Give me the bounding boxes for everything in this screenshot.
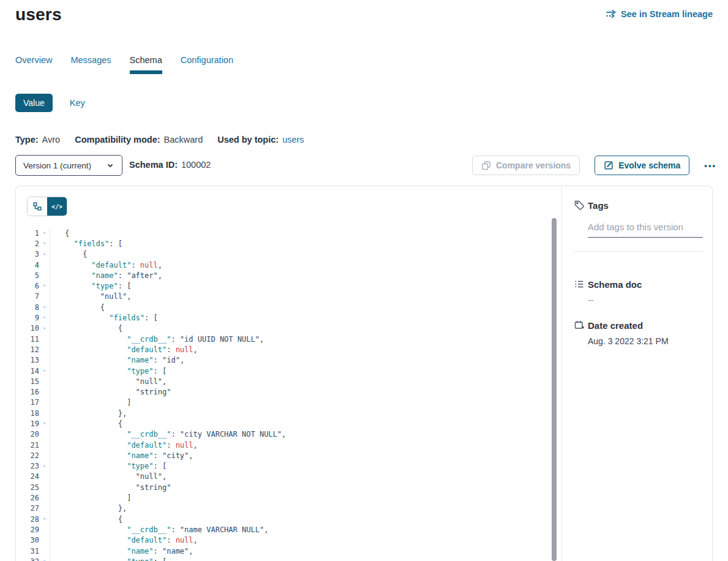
code-text: }, xyxy=(50,504,127,513)
line-number: 13 xyxy=(16,356,39,364)
code-line: 21 "default": null, xyxy=(16,440,552,450)
value-tab-button[interactable]: Value xyxy=(15,94,53,112)
code-line: 18 }, xyxy=(16,408,552,418)
edit-icon xyxy=(604,160,614,170)
code-line: 1▾{ xyxy=(16,228,552,238)
code-text: "null", xyxy=(50,472,167,481)
line-number: 23 xyxy=(16,462,39,470)
fold-toggle-icon[interactable]: ▾ xyxy=(39,366,50,376)
fold-spacer xyxy=(39,472,50,482)
line-number: 20 xyxy=(16,430,39,439)
compare-versions-button[interactable]: Compare versions xyxy=(472,156,580,175)
code-line: 29 "__crdb__": "name VARCHAR NULL", xyxy=(16,524,552,535)
tab-schema[interactable]: Schema xyxy=(130,55,162,74)
code-text: "type": [ xyxy=(50,367,167,375)
code-text: "type": [ xyxy=(50,557,167,561)
fold-toggle-icon[interactable]: ▾ xyxy=(39,461,50,472)
fold-spacer xyxy=(39,535,50,546)
code-line: 7 "null", xyxy=(16,292,552,302)
code-line: 19▾ { xyxy=(16,418,552,429)
compare-icon xyxy=(481,160,491,170)
tag-icon xyxy=(574,200,585,211)
date-created-section-header: Date created xyxy=(574,320,703,331)
code-line: 23▾ "type": [ xyxy=(16,461,552,472)
tags-input[interactable] xyxy=(588,219,703,238)
list-icon xyxy=(574,279,585,290)
meta-value: Avro xyxy=(42,135,61,145)
fold-toggle-icon[interactable]: ▾ xyxy=(39,249,50,260)
fold-toggle-icon[interactable]: ▾ xyxy=(39,238,50,249)
fold-toggle-icon[interactable]: ▾ xyxy=(39,302,50,312)
tab-messages[interactable]: Messages xyxy=(70,55,111,74)
line-number: 32 xyxy=(16,557,39,561)
key-tab-button[interactable]: Key xyxy=(70,98,85,108)
line-number: 11 xyxy=(16,335,39,344)
tab-overview[interactable]: Overview xyxy=(15,55,52,74)
version-select[interactable]: Version 1 (current) xyxy=(15,155,122,176)
sidebar-divider xyxy=(574,251,703,252)
fold-spacer xyxy=(39,524,50,535)
code-line: 26 ] xyxy=(16,492,552,503)
line-number: 7 xyxy=(16,292,39,301)
fold-toggle-icon[interactable]: ▾ xyxy=(39,312,50,323)
line-number: 29 xyxy=(16,525,39,534)
code-text: "default": null, xyxy=(50,261,162,269)
code-text: { xyxy=(50,324,122,333)
code-text: "fields": [ xyxy=(50,314,158,322)
code-line: 17 ] xyxy=(16,397,552,408)
code-text: { xyxy=(50,303,105,312)
fold-spacer xyxy=(39,482,50,492)
stream-lineage-icon xyxy=(606,9,617,19)
code-text: "name": "city", xyxy=(50,451,193,460)
tree-view-button[interactable] xyxy=(28,197,47,216)
version-select-value: Version 1 (current) xyxy=(23,161,91,170)
schema-doc-section-header: Schema doc xyxy=(574,279,703,290)
line-number: 21 xyxy=(16,441,39,450)
page-title: users xyxy=(15,5,62,24)
fold-toggle-icon[interactable]: ▾ xyxy=(39,280,50,291)
code-line: 8▾ { xyxy=(16,302,552,312)
line-number: 1 xyxy=(16,229,39,238)
code-line: 13 "name": "id", xyxy=(16,355,552,366)
fold-toggle-icon[interactable]: ▾ xyxy=(39,323,50,334)
code-text: ] xyxy=(50,494,131,502)
fold-spacer xyxy=(39,429,50,440)
stream-lineage-link[interactable]: See in Stream lineage xyxy=(606,9,713,19)
meta-value-link[interactable]: users xyxy=(282,135,304,145)
code-line: 20 "__crdb__": "city VARCHAR NOT NULL", xyxy=(16,429,552,440)
code-view-button[interactable]: </> xyxy=(47,197,67,216)
editor-scrollbar[interactable] xyxy=(552,218,557,561)
code-line: 22 "name": "city", xyxy=(16,450,552,461)
code-line: 10▾ { xyxy=(16,323,552,334)
code-line: 9▾ "fields": [ xyxy=(16,312,552,323)
code-text: ] xyxy=(50,398,131,407)
tab-configuration[interactable]: Configuration xyxy=(181,55,233,74)
schema-meta-row: Type:AvroCompatibility mode:BackwardUsed… xyxy=(15,135,304,145)
meta-item: Used by topic:users xyxy=(217,135,304,145)
fold-toggle-icon[interactable]: ▾ xyxy=(39,418,50,429)
evolve-schema-button[interactable]: Evolve schema xyxy=(595,156,689,175)
fold-toggle-icon[interactable]: ▾ xyxy=(39,228,50,238)
tree-view-icon xyxy=(32,201,42,211)
code-line: 27 }, xyxy=(16,503,552,514)
line-number: 26 xyxy=(16,494,39,502)
schema-id: Schema ID: 100002 xyxy=(129,160,211,170)
line-number: 16 xyxy=(16,388,39,396)
meta-label: Used by topic: xyxy=(217,135,279,145)
line-number: 24 xyxy=(16,472,39,481)
line-number: 15 xyxy=(16,377,39,386)
fold-toggle-icon[interactable]: ▾ xyxy=(39,514,50,524)
code-text: "__crdb__": "name VARCHAR NULL", xyxy=(50,525,268,534)
schema-doc-title: Schema doc xyxy=(588,279,642,290)
more-options-button[interactable]: ••• xyxy=(704,161,716,170)
tabs: OverviewMessagesSchemaConfiguration xyxy=(15,55,233,74)
line-number: 31 xyxy=(16,547,39,555)
line-number: 10 xyxy=(16,324,39,333)
code-line: 31 "name": "name", xyxy=(16,546,552,556)
fold-spacer xyxy=(39,503,50,514)
fold-toggle-icon[interactable]: ▾ xyxy=(39,556,50,561)
stream-lineage-label: See in Stream lineage xyxy=(621,9,713,19)
code-text: "null", xyxy=(50,377,167,386)
code-line: 15 "null", xyxy=(16,376,552,386)
fold-spacer xyxy=(39,270,50,280)
